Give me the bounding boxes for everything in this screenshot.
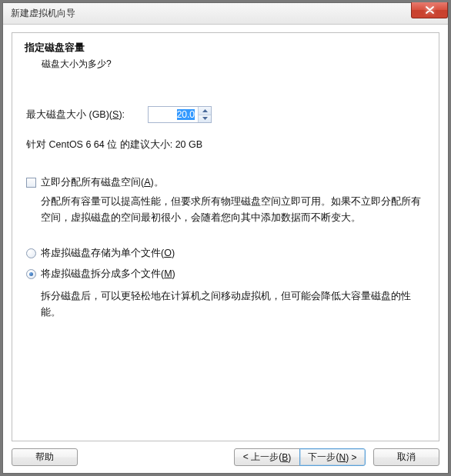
window-title: 新建虚拟机向导: [11, 7, 75, 20]
allocate-now-checkbox-row[interactable]: 立即分配所有磁盘空间(A)。: [26, 176, 425, 189]
disk-size-label: 最大磁盘大小 (GB)(S):: [26, 108, 125, 121]
store-single-label: 将虚拟磁盘存储为单个文件(O): [41, 247, 175, 260]
cancel-button[interactable]: 取消: [373, 448, 439, 466]
disk-size-spinner: [148, 106, 212, 123]
store-split-radio-row[interactable]: 将虚拟磁盘拆分成多个文件(M): [26, 268, 425, 281]
help-button[interactable]: 帮助: [12, 448, 78, 466]
store-split-radio[interactable]: [26, 269, 36, 279]
allocate-now-checkbox[interactable]: [26, 178, 36, 188]
back-button[interactable]: < 上一步(B): [234, 448, 300, 466]
page-heading: 指定磁盘容量: [25, 41, 428, 55]
spinner-down[interactable]: [199, 115, 211, 123]
spinner-up[interactable]: [199, 107, 211, 115]
next-button[interactable]: 下一步(N) >: [299, 448, 366, 466]
recommended-size-text: 针对 CentOS 6 64 位 的建议大小: 20 GB: [26, 138, 425, 151]
radio-selected-dot: [29, 272, 33, 276]
content-outer: 指定磁盘容量 磁盘大小为多少? 最大磁盘大小 (GB)(S):: [3, 25, 448, 473]
allocate-now-description: 分配所有容量可以提高性能，但要求所有物理磁盘空间立即可用。如果不立即分配所有空间…: [41, 194, 425, 225]
wizard-window: 新建虚拟机向导 指定磁盘容量 磁盘大小为多少? 最大磁盘大小 (GB)(S):: [2, 2, 449, 474]
store-split-label: 将虚拟磁盘拆分成多个文件(M): [41, 268, 175, 281]
disk-size-row: 最大磁盘大小 (GB)(S):: [26, 106, 425, 123]
close-button[interactable]: [411, 2, 448, 18]
store-single-radio[interactable]: [26, 248, 36, 258]
page-subheading: 磁盘大小为多少?: [42, 58, 428, 71]
titlebar: 新建虚拟机向导: [3, 3, 448, 25]
header-area: 指定磁盘容量 磁盘大小为多少?: [12, 33, 439, 75]
allocate-now-label: 立即分配所有磁盘空间(A)。: [41, 176, 164, 189]
store-single-radio-row[interactable]: 将虚拟磁盘存储为单个文件(O): [26, 247, 425, 260]
body-area: 最大磁盘大小 (GB)(S): 针对 CentOS 6 64 位 的建议大小: …: [12, 75, 439, 328]
close-icon: [426, 6, 434, 14]
content-panel: 指定磁盘容量 磁盘大小为多少? 最大磁盘大小 (GB)(S):: [12, 32, 439, 441]
button-row: 帮助 < 上一步(B) 下一步(N) > 取消: [12, 441, 439, 466]
disk-size-input[interactable]: [149, 107, 198, 122]
store-split-description: 拆分磁盘后，可以更轻松地在计算机之间移动虚拟机，但可能会降低大容量磁盘的性能。: [41, 288, 425, 320]
